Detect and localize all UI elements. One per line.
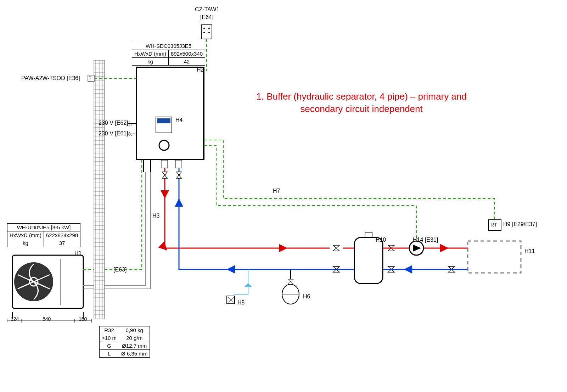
svg-point-12 xyxy=(203,28,205,29)
control-wires xyxy=(204,140,494,241)
label-e62: 230 V [E62] xyxy=(99,120,128,126)
label-paw: PAW-A2W-TSOD [E36] xyxy=(21,75,80,82)
outdoor-spec-table: WH-UD0*JE5 [3-5 kW] HxWxD (mm)622x824x29… xyxy=(7,223,80,247)
svg-rect-3 xyxy=(136,67,204,159)
indoor-unit xyxy=(136,67,204,172)
svg-point-13 xyxy=(208,28,210,29)
label-cz-taw1: CZ-TAW1 xyxy=(195,6,219,13)
dim-3: 160 xyxy=(79,316,87,322)
label-e63: [E63] xyxy=(113,267,127,273)
indoor-spec-table: WH-SDC0305J3E5 HxWxD (mm)892x500x340 kg4… xyxy=(132,42,205,66)
label-t: T xyxy=(89,75,91,81)
hydraulic-diagram: 1. Buffer (hydraulic separator, 4 pipe) … xyxy=(0,0,567,392)
label-h6: H6 xyxy=(303,293,310,300)
label-h4: H4 xyxy=(175,117,183,123)
wire-e63 xyxy=(83,159,142,269)
label-e61: 230 V [E61] xyxy=(99,130,128,137)
svg-rect-5 xyxy=(157,118,170,123)
label-h14: H14 [E31] xyxy=(413,237,438,243)
svg-rect-9 xyxy=(161,160,168,168)
fill-line xyxy=(234,269,251,294)
label-h9: H9 [E29/E37] xyxy=(503,221,537,228)
diagram-title-note: 1. Buffer (hydraulic separator, 4 pipe) … xyxy=(237,90,485,115)
label-h7: H7 xyxy=(273,188,280,194)
svg-point-15 xyxy=(208,32,210,33)
svg-rect-10 xyxy=(175,160,182,168)
diagram-canvas xyxy=(0,0,567,392)
label-h2: H2 xyxy=(197,67,204,73)
dim-2: 540 xyxy=(43,316,51,322)
label-h5: H5 xyxy=(237,299,245,306)
pump-h14 xyxy=(409,241,423,255)
dim-1: 124 xyxy=(11,316,19,322)
label-h11: H11 xyxy=(524,248,535,254)
label-rt: RT xyxy=(490,222,497,228)
cz-taw1-module xyxy=(201,25,212,39)
label-h3: H3 xyxy=(152,213,159,219)
label-cz-taw1-e: [E64] xyxy=(200,14,213,21)
cold-pipe xyxy=(179,168,354,269)
pipe-spec-table: R320,90 kg >10 m20 g/m GØ12,7 mm LØ 6,35… xyxy=(99,326,150,358)
svg-rect-11 xyxy=(201,25,212,39)
heat-emitter xyxy=(468,241,521,273)
expansion-vessel xyxy=(282,269,299,304)
outdoor-unit xyxy=(12,255,83,319)
label-h10: H10 xyxy=(376,237,386,243)
wall xyxy=(94,60,105,319)
svg-point-14 xyxy=(203,32,205,33)
svg-rect-31 xyxy=(365,232,372,237)
label-h1: H1 xyxy=(74,250,82,257)
hot-pipe xyxy=(165,168,354,248)
svg-rect-30 xyxy=(354,237,383,284)
valves xyxy=(333,245,455,272)
